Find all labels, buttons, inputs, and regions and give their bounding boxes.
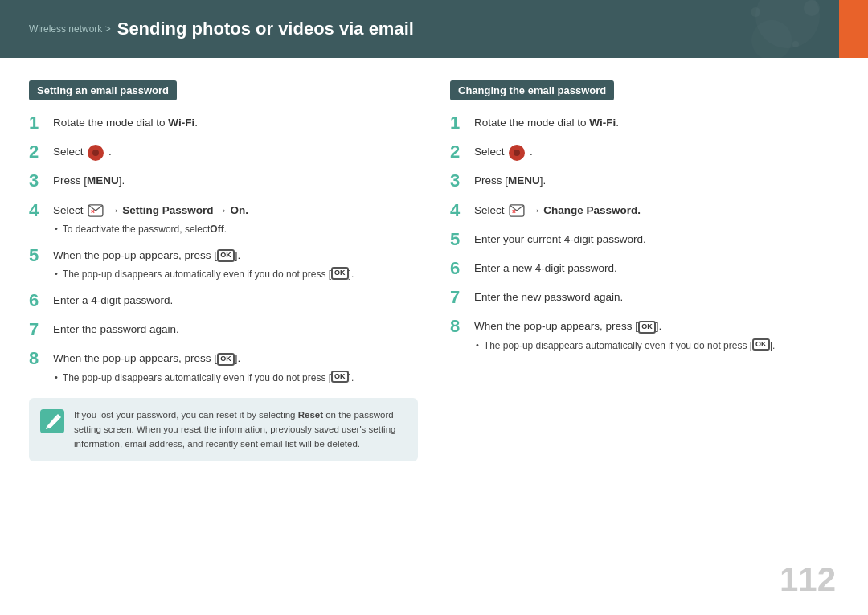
r-camera-icon xyxy=(509,145,525,161)
step-number-1: 1 xyxy=(29,113,53,133)
step-number-7: 7 xyxy=(29,320,53,339)
r-step-3-content: Press [MENU]. xyxy=(474,173,839,189)
right-section-header: Changing the email password xyxy=(450,80,614,100)
step-7-content: Enter the password again. xyxy=(53,322,418,338)
page-header: Wireless network > Sending photos or vid… xyxy=(0,0,868,58)
ok-icon-5-sub: OK xyxy=(331,267,349,280)
ok-icon-8-sub: OK xyxy=(331,371,349,383)
svg-line-6 xyxy=(89,206,96,211)
r-step-number-4: 4 xyxy=(450,201,474,220)
breadcrumb: Wireless network > xyxy=(29,23,111,35)
r-step-4-content: Select → Change Password. xyxy=(474,203,839,219)
right-step-3: 3 Press [MENU]. xyxy=(450,173,839,191)
right-step-4: 4 Select → Change Password. xyxy=(450,203,839,220)
step-number-5: 5 xyxy=(29,246,53,265)
right-step-8: 8 When the pop-up appears, press [OK]. T… xyxy=(450,318,839,352)
right-steps-list: 1 Rotate the mode dial to Wi-Fi. 2 Selec… xyxy=(450,115,839,353)
wifi-label: Wi-Fi xyxy=(168,117,194,129)
r-step-number-8: 8 xyxy=(450,317,474,336)
left-column: Setting an email password 1 Rotate the m… xyxy=(29,80,418,461)
email-x-icon xyxy=(88,204,104,217)
r-step-number-6: 6 xyxy=(450,259,474,278)
left-step-8: 8 When the pop-up appears, press [OK]. T… xyxy=(29,351,418,384)
step-number-8: 8 xyxy=(29,349,53,368)
step-5-sub: The pop-up disappears automatically even… xyxy=(53,267,418,281)
step-1-content: Rotate the mode dial to Wi-Fi. xyxy=(53,115,418,131)
ok-icon-5: OK xyxy=(217,249,235,262)
left-step-6: 6 Enter a 4-digit password. xyxy=(29,293,418,310)
svg-point-2 xyxy=(804,0,820,16)
r-ok-icon-8-sub: OK xyxy=(752,338,770,351)
step-6-content: Enter a 4-digit password. xyxy=(53,293,418,309)
step-5-content: When the pop-up appears, press [OK]. The… xyxy=(53,248,418,281)
step-4-sub: To deactivate the password, select Off. xyxy=(53,222,418,236)
svg-point-3 xyxy=(751,7,760,17)
left-section-header: Setting an email password xyxy=(29,80,177,100)
info-box-text: If you lost your password, you can reset… xyxy=(74,408,407,452)
step-4-content: Select → Setting Password → On. To deact… xyxy=(53,203,418,236)
r-step-number-1: 1 xyxy=(450,113,474,133)
info-pencil-icon xyxy=(40,409,64,433)
left-step-2: 2 Select . xyxy=(29,144,418,162)
r-step-6-content: Enter a new 4-digit password. xyxy=(474,260,839,277)
r-wifi-label: Wi-Fi xyxy=(589,117,616,129)
r-step-1-content: Rotate the mode dial to Wi-Fi. xyxy=(474,115,839,131)
svg-line-13 xyxy=(517,206,523,211)
left-step-3: 3 Press [MENU]. xyxy=(29,173,418,191)
r-ok-icon-8: OK xyxy=(638,321,656,334)
step-3-content: Press [MENU]. xyxy=(53,173,418,189)
step-number-4: 4 xyxy=(29,201,53,220)
info-box: If you lost your password, you can reset… xyxy=(29,398,418,461)
main-content: Setting an email password 1 Rotate the m… xyxy=(0,58,868,484)
svg-line-7 xyxy=(96,206,102,211)
right-step-2: 2 Select . xyxy=(450,144,839,162)
right-step-5: 5 Enter your current 4-digit password. xyxy=(450,232,839,249)
r-step-8-sub: The pop-up disappears automatically even… xyxy=(474,338,839,353)
r-change-password-label: Change Password. xyxy=(543,204,641,216)
right-step-7: 7 Enter the new password again. xyxy=(450,289,839,307)
r-email-x-icon xyxy=(509,204,525,217)
ok-icon-8: OK xyxy=(217,353,235,366)
setting-password-label: Setting Password → On. xyxy=(122,204,248,216)
left-step-4: 4 Select → Setting Password → On. To dea… xyxy=(29,203,418,236)
page-number: 112 xyxy=(780,560,836,599)
r-step-5-content: Enter your current 4-digit password. xyxy=(474,232,839,248)
left-step-1: 1 Rotate the mode dial to Wi-Fi. xyxy=(29,115,418,133)
page-title: Sending photos or videos via email xyxy=(117,18,414,39)
step-number-6: 6 xyxy=(29,291,53,310)
step-8-content: When the pop-up appears, press [OK]. The… xyxy=(53,351,418,384)
r-step-2-content: Select . xyxy=(474,144,839,160)
r-step-number-5: 5 xyxy=(450,230,474,249)
right-step-1: 1 Rotate the mode dial to Wi-Fi. xyxy=(450,115,839,133)
r-step-number-2: 2 xyxy=(450,142,474,162)
step-number-2: 2 xyxy=(29,142,53,162)
step-8-sub: The pop-up disappears automatically even… xyxy=(53,371,418,385)
svg-point-4 xyxy=(792,41,799,47)
r-step-8-content: When the pop-up appears, press [OK]. The… xyxy=(474,318,839,352)
r-menu-label: MENU xyxy=(508,174,540,187)
menu-label: MENU xyxy=(87,174,119,187)
left-step-5: 5 When the pop-up appears, press [OK]. T… xyxy=(29,248,418,281)
step-number-3: 3 xyxy=(29,171,53,191)
r-step-number-3: 3 xyxy=(450,171,474,191)
left-step-7: 7 Enter the password again. xyxy=(29,322,418,339)
r-step-7-content: Enter the new password again. xyxy=(474,289,839,305)
right-step-6: 6 Enter a new 4-digit password. xyxy=(450,260,839,278)
camera-icon xyxy=(88,145,104,161)
r-step-number-7: 7 xyxy=(450,288,474,307)
step-2-content: Select . xyxy=(53,144,418,160)
orange-accent-tab xyxy=(839,0,868,58)
right-column: Changing the email password 1 Rotate the… xyxy=(450,80,839,461)
svg-line-12 xyxy=(510,206,517,211)
left-steps-list: 1 Rotate the mode dial to Wi-Fi. 2 Selec… xyxy=(29,115,418,385)
